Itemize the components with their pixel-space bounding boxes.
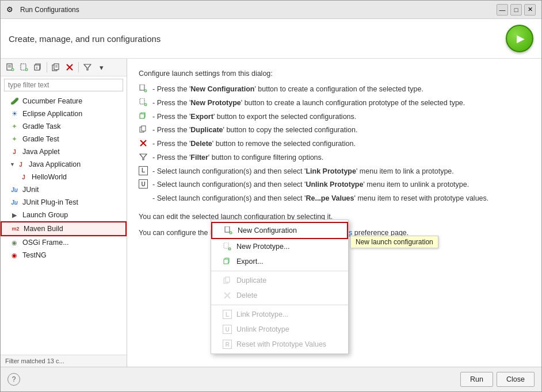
- info-row-9-text: - Select launch configuration(s) and the…: [152, 193, 488, 204]
- menu-item-delete[interactable]: Delete: [211, 288, 348, 303]
- menu-item-unlink-prototype[interactable]: U Unlink Prototype: [211, 322, 348, 337]
- context-menu: New Configuration New launch configurati…: [211, 220, 349, 354]
- menu-item-new-config[interactable]: New Configuration New launch configurati…: [211, 222, 348, 239]
- tree-item-label: Maven Build: [24, 225, 63, 233]
- new-prototype-info-icon: [139, 98, 148, 107]
- run-button[interactable]: Run: [460, 372, 493, 387]
- maximize-button[interactable]: □: [510, 4, 522, 16]
- tree-item-label: HelloWorld: [32, 173, 67, 181]
- delete-toolbar-btn[interactable]: [63, 61, 76, 74]
- header: Create, manage, and run configurations: [1, 19, 541, 59]
- export-info-icon: [139, 112, 148, 121]
- new-config-info-icon: [139, 84, 148, 93]
- tree-item-eclipse[interactable]: ☀ Eclipse Application: [1, 107, 127, 120]
- svg-rect-26: [140, 114, 144, 118]
- tree-item-label: Launch Group: [22, 211, 68, 219]
- main-content: ▾ 🥒 Cucumber Feature ☀ Eclipse Applicati…: [1, 59, 541, 367]
- unlink-prototype-menu-icon: U: [223, 325, 232, 334]
- info-row-4: - Press the 'Duplicate' button to copy t…: [139, 125, 530, 136]
- java-applet-icon: J: [10, 147, 19, 156]
- toolbar-sep-1: [47, 62, 47, 72]
- tree-item-helloworld[interactable]: J HelloWorld: [1, 171, 127, 183]
- unlink-info-icon: U: [139, 179, 148, 189]
- svg-rect-18: [140, 84, 144, 90]
- info-row-3: - Press the 'Export' button to export th…: [139, 112, 530, 122]
- info-row-5: - Press the 'Delete' button to remove th…: [139, 139, 530, 149]
- tree-item-label: OSGi Frame...: [22, 239, 69, 247]
- new-config-toolbar-btn[interactable]: [4, 61, 17, 74]
- run-configurations-window: ⚙ Run Configurations — □ ✕ Create, manag…: [0, 0, 542, 392]
- help-button[interactable]: ?: [7, 373, 20, 386]
- tree-item-gradle-task[interactable]: ✦ Gradle Task: [1, 120, 127, 133]
- close-button[interactable]: Close: [497, 372, 535, 387]
- delete-info-icon: [139, 139, 148, 148]
- osgi-icon: ◉: [10, 238, 19, 247]
- submenu-tooltip: New launch configuration: [350, 236, 438, 248]
- tree-item-junit-plugin[interactable]: Ju JUnit Plug-in Test: [1, 196, 127, 209]
- new-prototype-toolbar-btn[interactable]: [18, 61, 30, 74]
- tree-item-launch-group[interactable]: ▶ Launch Group: [1, 209, 127, 221]
- minimize-button[interactable]: —: [497, 4, 508, 16]
- tree-item-label: TestNG: [22, 251, 47, 259]
- menu-item-duplicate[interactable]: Duplicate: [211, 273, 348, 288]
- info-row-8: U - Select launch configuration(s) and t…: [139, 179, 530, 190]
- close-button[interactable]: ✕: [524, 4, 536, 16]
- title-bar: ⚙ Run Configurations — □ ✕: [1, 1, 541, 19]
- window-icon: ⚙: [6, 5, 16, 14]
- tree-item-testng[interactable]: ◉ TestNG: [1, 249, 127, 262]
- testng-icon: ◉: [10, 251, 19, 260]
- tree-item-label: Gradle Task: [22, 122, 60, 130]
- tree-item-label: Eclipse Application: [22, 110, 82, 118]
- tree-item-java-applet[interactable]: J Java Applet: [1, 145, 127, 158]
- left-panel: ▾ 🥒 Cucumber Feature ☀ Eclipse Applicati…: [1, 59, 127, 367]
- export-toolbar-btn[interactable]: [32, 61, 44, 74]
- delete-menu-label: Delete: [236, 291, 257, 299]
- menu-item-link-prototype[interactable]: L Link Prototype...: [211, 307, 348, 322]
- filter-toolbar-btn[interactable]: [81, 61, 94, 74]
- context-menu-wrapper: New Configuration New launch configurati…: [211, 220, 349, 354]
- filter-status: Filter matched 13 c...: [5, 358, 64, 364]
- svg-rect-41: [226, 277, 230, 282]
- new-config-menu-label: New Configuration: [238, 226, 297, 235]
- info-row-7-text: - Select launch configuration(s) and the…: [152, 166, 454, 177]
- info-row-8-text: - Select launch configuration(s) and the…: [152, 179, 469, 190]
- filter-info-icon: [139, 152, 148, 162]
- window-controls: — □ ✕: [497, 4, 536, 16]
- tree-item-gradle-test[interactable]: ✦ Gradle Test: [1, 133, 127, 145]
- intro-text: Configure launch settings from this dial…: [139, 68, 530, 79]
- expand-icon: ▼: [10, 162, 15, 167]
- tree-item-maven[interactable]: m2 Maven Build: [1, 221, 127, 236]
- tree-item-cucumber[interactable]: 🥒 Cucumber Feature: [1, 95, 127, 107]
- junit-plugin-icon: Ju: [10, 198, 19, 207]
- maven-icon: m2: [11, 224, 20, 233]
- launch-group-icon: ▶: [10, 210, 19, 220]
- new-config-menu-icon: [224, 226, 233, 235]
- tree-item-label: Java Application: [29, 160, 81, 168]
- tree-item-osgi[interactable]: ◉ OSGi Frame...: [1, 236, 127, 249]
- info-row-7: L - Select launch configuration(s) and t…: [139, 166, 530, 177]
- unlink-prototype-menu-label: Unlink Prototype: [236, 325, 289, 333]
- action-buttons: Run Close: [460, 372, 535, 387]
- eclipse-icon: ☀: [10, 109, 19, 118]
- menu-item-new-prototype[interactable]: New Prototype...: [211, 239, 348, 254]
- toolbar-sep-2: [78, 62, 79, 72]
- info-row-6: - Press the 'Filter' button to configure…: [139, 152, 530, 163]
- link-prototype-menu-label: Link Prototype...: [236, 310, 288, 318]
- run-icon-button[interactable]: [506, 25, 533, 52]
- duplicate-toolbar-btn[interactable]: [49, 61, 62, 74]
- tree-item-label: Cucumber Feature: [22, 97, 82, 105]
- filter-input[interactable]: [4, 79, 123, 91]
- tree-item-label: JUnit: [22, 186, 39, 194]
- menu-item-export[interactable]: Export...: [211, 254, 348, 269]
- export-menu-label: Export...: [236, 258, 264, 266]
- tree-item-java-app[interactable]: ▼ J Java Application: [1, 158, 127, 171]
- more-toolbar-btn[interactable]: ▾: [95, 61, 108, 74]
- link-info-icon: L: [139, 166, 148, 175]
- menu-item-reset-prototype[interactable]: R Reset with Prototype Values: [211, 337, 348, 352]
- tree-item-label: JUnit Plug-in Test: [22, 198, 78, 206]
- java-app-icon: J: [16, 160, 25, 169]
- link-prototype-menu-icon: L: [223, 310, 232, 319]
- delete-menu-icon: [223, 291, 232, 300]
- tree-item-label: Gradle Test: [22, 135, 59, 143]
- tree-item-junit[interactable]: Ju JUnit: [1, 183, 127, 196]
